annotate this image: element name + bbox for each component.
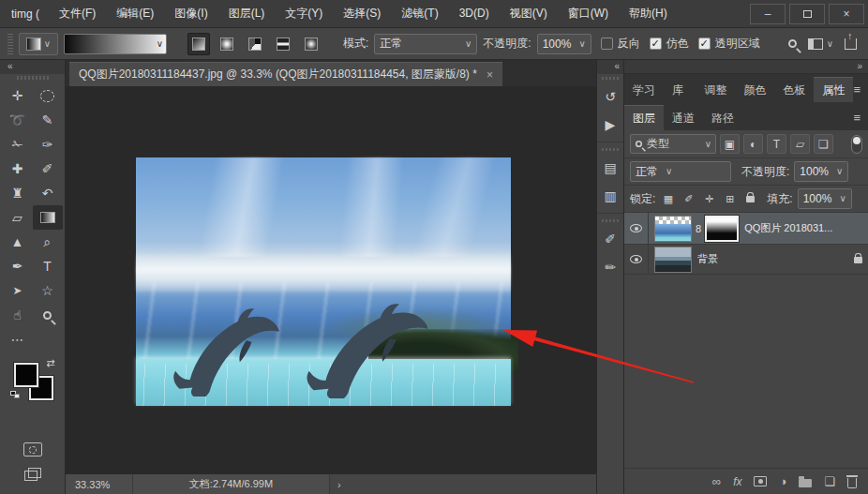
canvas-image[interactable] xyxy=(136,157,511,406)
tab-close-icon[interactable]: × xyxy=(486,68,493,82)
character-panel-icon[interactable]: ▤ xyxy=(598,156,622,180)
new-layer-button[interactable]: ❏ xyxy=(824,474,835,488)
hand-tool[interactable]: ☝ xyxy=(3,303,33,327)
layer-thumbnail[interactable] xyxy=(654,216,692,242)
path-select-tool[interactable]: ➤ xyxy=(3,278,33,303)
transparency-checkbox[interactable]: ✓ xyxy=(698,37,711,50)
gradient-type-reflected[interactable] xyxy=(272,33,294,55)
filter-adjustment-layers-button[interactable]: ◐ xyxy=(743,134,763,154)
dock-collapse[interactable]: « xyxy=(597,60,623,74)
shape-tool[interactable]: ☆ xyxy=(33,278,63,303)
spot-healing-tool[interactable]: ✚ xyxy=(3,157,33,181)
marquee-tool[interactable] xyxy=(33,83,63,108)
reverse-checkbox[interactable] xyxy=(601,37,613,50)
lock-artboard-button[interactable]: ⊞ xyxy=(722,191,738,207)
tab-color[interactable]: 颜色 xyxy=(735,78,774,102)
swap-colors-icon[interactable]: ⇄ xyxy=(46,357,54,369)
link-layers-button[interactable]: ∞ xyxy=(712,474,721,488)
layer-name[interactable]: 背景 xyxy=(697,252,718,266)
lock-transparent-button[interactable]: ▦ xyxy=(660,191,676,207)
visibility-cell[interactable] xyxy=(624,245,649,274)
filter-toggle-switch[interactable] xyxy=(851,135,862,154)
new-group-button[interactable] xyxy=(799,476,812,487)
brush-settings-panel-icon[interactable]: ✐ xyxy=(598,227,622,251)
tab-adjustments[interactable]: 调整 xyxy=(696,78,735,102)
dodge-tool[interactable]: ⌕ xyxy=(33,230,63,254)
tab-properties[interactable]: 属性 xyxy=(814,77,853,102)
dither-checkbox-group[interactable]: ✓ 仿色 xyxy=(650,36,689,52)
edit-toolbar-button[interactable]: ⋯ xyxy=(3,327,33,352)
menu-3d[interactable]: 3D(D) xyxy=(449,0,500,27)
pen-tool[interactable]: ✒ xyxy=(3,254,33,278)
type-tool[interactable]: T xyxy=(33,254,63,278)
dither-checkbox[interactable]: ✓ xyxy=(650,37,662,50)
menu-view[interactable]: 视图(V) xyxy=(500,0,558,27)
brushes-panel-icon[interactable]: ✏ xyxy=(598,255,622,279)
tools-collapse[interactable]: « xyxy=(0,60,65,74)
gradient-type-diamond[interactable] xyxy=(300,33,322,55)
delete-layer-button[interactable] xyxy=(847,475,857,488)
layer-mask-thumbnail[interactable] xyxy=(705,216,739,242)
lasso-tool[interactable]: ➰ xyxy=(3,108,33,132)
layer-name[interactable]: QQ图片 2018031... xyxy=(744,221,832,235)
close-button[interactable]: × xyxy=(829,4,864,24)
zoom-tool[interactable] xyxy=(33,303,63,327)
maximize-button[interactable] xyxy=(789,4,825,24)
menu-type[interactable]: 文字(Y) xyxy=(275,0,333,27)
blur-tool[interactable]: ▲ xyxy=(3,230,33,254)
visibility-cell[interactable] xyxy=(624,213,649,244)
quick-selection-tool[interactable]: ✎ xyxy=(33,108,63,132)
history-brush-tool[interactable]: ↶ xyxy=(33,181,63,205)
clone-stamp-tool[interactable]: ♜ xyxy=(3,181,33,205)
layer-thumbnail[interactable] xyxy=(654,247,692,273)
panels-expand[interactable]: » xyxy=(624,60,868,74)
tab-swatches[interactable]: 色板 xyxy=(774,78,814,102)
default-colors-icon[interactable] xyxy=(10,391,20,398)
menu-image[interactable]: 图像(I) xyxy=(164,0,217,27)
blend-mode-select[interactable]: 正常 ∨ xyxy=(374,34,477,54)
menu-edit[interactable]: 编辑(E) xyxy=(106,0,164,27)
opacity-select[interactable]: 100% ∨ xyxy=(537,34,591,54)
gradient-tool[interactable] xyxy=(33,205,63,230)
menu-filter[interactable]: 滤镜(T) xyxy=(391,0,448,27)
mask-link-icon[interactable]: 8 xyxy=(696,223,701,234)
tab-layers[interactable]: 图层 xyxy=(624,105,664,130)
menu-layer[interactable]: 图层(L) xyxy=(218,0,276,27)
layers-menu-icon[interactable]: ≡ xyxy=(853,106,868,130)
filter-shape-layers-button[interactable]: ▱ xyxy=(790,134,810,154)
history-panel-icon[interactable]: ↺ xyxy=(598,84,622,109)
panel-menu-icon[interactable]: ≡ xyxy=(853,78,868,102)
quick-mask-button[interactable] xyxy=(23,442,42,457)
filter-smart-objects-button[interactable]: ❏ xyxy=(814,134,833,154)
move-tool[interactable]: ✛ xyxy=(3,83,33,108)
canvas-area[interactable] xyxy=(66,86,596,473)
gradient-editor-preview[interactable]: ∨ xyxy=(64,34,167,54)
actions-panel-icon[interactable]: ▶ xyxy=(598,112,622,137)
foreground-color[interactable] xyxy=(14,363,38,387)
filter-type-layers-button[interactable]: T xyxy=(767,134,786,154)
gradient-type-radial[interactable] xyxy=(216,33,238,55)
fill-select[interactable]: 100% ∨ xyxy=(798,188,852,209)
eraser-tool[interactable]: ▱ xyxy=(3,205,33,230)
layer-opacity-select[interactable]: 100% ∨ xyxy=(794,161,848,182)
tab-libraries[interactable]: 库 xyxy=(664,78,692,102)
crop-tool[interactable]: ✁ xyxy=(3,132,33,157)
lock-all-button[interactable] xyxy=(742,191,758,207)
share-icon[interactable] xyxy=(845,38,857,50)
menu-file[interactable]: 文件(F) xyxy=(49,0,106,27)
layer-blend-mode-select[interactable]: 正常 ∨ xyxy=(630,161,731,182)
lock-image-button[interactable]: ✐ xyxy=(681,191,696,207)
transparency-checkbox-group[interactable]: ✓ 透明区域 xyxy=(698,36,760,52)
brush-tool[interactable]: ✐ xyxy=(33,157,63,181)
zoom-level-field[interactable]: 33.33% xyxy=(66,474,133,494)
search-icon[interactable] xyxy=(788,39,797,48)
eyedropper-tool[interactable]: ✑ xyxy=(33,132,63,157)
layer-row-background[interactable]: 背景 xyxy=(624,245,868,275)
gradient-preset-dropdown[interactable]: ∨ xyxy=(19,33,58,55)
filter-type-select[interactable]: 类型 ∨ xyxy=(630,134,716,154)
new-adjustment-layer-button[interactable]: ◑ xyxy=(779,474,786,488)
workspace-switcher[interactable]: ∨ xyxy=(808,38,833,50)
tab-learn[interactable]: 学习 xyxy=(624,78,664,102)
layer-row-dolphins[interactable]: 8 QQ图片 2018031... xyxy=(624,213,868,245)
tab-paths[interactable]: 路径 xyxy=(703,106,742,130)
